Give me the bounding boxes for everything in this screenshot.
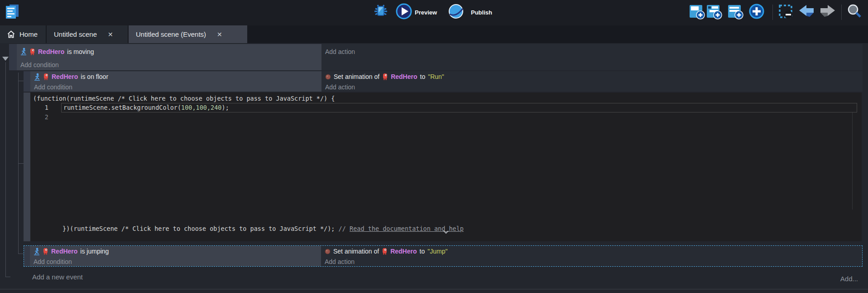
- search-icon: [846, 3, 863, 21]
- redhero-sprite-icon: [382, 248, 388, 255]
- platformer-behavior-icon: [34, 73, 40, 81]
- add-circle-icon: [748, 3, 765, 21]
- editor-ruler: [852, 112, 853, 210]
- publish-button[interactable]: [447, 4, 465, 21]
- close-icon[interactable]: ✕: [217, 31, 222, 38]
- tab-untitled-scene[interactable]: Untitled scene ✕: [47, 25, 128, 43]
- actions-cell: Add action: [321, 44, 863, 70]
- action-value: "Run": [428, 73, 444, 80]
- add-action-button[interactable]: Add action: [321, 257, 862, 266]
- tree-line: [5, 62, 6, 277]
- animation-action-icon: [325, 74, 331, 80]
- search-events-button[interactable]: [846, 4, 863, 21]
- redo-button[interactable]: [819, 4, 836, 21]
- condition-row[interactable]: RedHero is on floor: [30, 71, 321, 82]
- delete-selection-button[interactable]: [778, 4, 795, 21]
- collapse-event-arrow[interactable]: [2, 57, 9, 61]
- tree-line: [18, 81, 24, 81]
- action-value: "Jump": [427, 248, 447, 255]
- undo-icon: [798, 4, 815, 20]
- actions-cell: Set animation of RedHero to "Run" Add ac…: [321, 71, 863, 92]
- preview-label[interactable]: Preview: [415, 9, 437, 16]
- expand-editor-chevron-icon[interactable]: [443, 230, 449, 234]
- js-function-header[interactable]: (function(runtimeScene /* Click here to …: [30, 93, 862, 103]
- object-name: RedHero: [390, 248, 417, 255]
- tree-line: [18, 163, 24, 164]
- debugger-button[interactable]: [372, 4, 389, 21]
- action-verb: Set animation of: [333, 248, 379, 255]
- javascript-code-event: (function(runtimeScene /* Click here to …: [24, 93, 862, 241]
- project-manager-button[interactable]: [4, 4, 21, 21]
- object-name: RedHero: [52, 73, 78, 80]
- action-row[interactable]: Set animation of RedHero to "Jump": [321, 246, 862, 257]
- close-icon[interactable]: ✕: [108, 31, 113, 38]
- home-icon: [7, 30, 15, 38]
- publish-label[interactable]: Publish: [471, 9, 492, 16]
- add-comment-icon: [727, 3, 743, 21]
- add-condition-button[interactable]: Add condition: [30, 82, 321, 92]
- add-condition-button[interactable]: Add condition: [30, 257, 321, 266]
- event-drag-handle[interactable]: [9, 44, 17, 70]
- add-event-icon: [689, 3, 705, 21]
- add-comment-button[interactable]: [727, 4, 744, 21]
- add-action-button[interactable]: Add action: [321, 44, 863, 59]
- add-more-button[interactable]: Add...: [840, 275, 858, 283]
- debugger-bug-icon: [373, 3, 389, 21]
- condition-row[interactable]: RedHero is moving: [17, 44, 321, 59]
- redhero-sprite-icon: [43, 73, 49, 80]
- add-new-event-button[interactable]: Add a new event: [32, 271, 83, 283]
- add-subevent-button[interactable]: [705, 4, 723, 21]
- toolbar-separator: [772, 5, 773, 20]
- code-line-1[interactable]: 1 runtimeScene.setBackgroundColor(100,10…: [30, 103, 862, 112]
- conditions-cell: RedHero is moving Add condition: [17, 44, 321, 70]
- undo-button[interactable]: [798, 4, 815, 21]
- object-name: RedHero: [391, 73, 417, 80]
- event-drag-handle[interactable]: [24, 246, 30, 266]
- code-line-2[interactable]: 2: [30, 112, 862, 122]
- redo-icon: [819, 4, 836, 20]
- add-action-button[interactable]: Add action: [321, 82, 863, 92]
- action-text: to: [420, 248, 425, 255]
- event-redhero-is-moving: RedHero is moving Add condition Add acti…: [9, 44, 863, 70]
- event-drag-handle[interactable]: [24, 93, 30, 241]
- events-sheet: RedHero is moving Add condition Add acti…: [0, 43, 868, 293]
- add-subevent-icon: [706, 3, 722, 21]
- redhero-sprite-icon: [43, 248, 48, 255]
- platformer-behavior-icon: [20, 48, 27, 55]
- actions-cell: Set animation of RedHero to "Jump" Add a…: [321, 246, 862, 266]
- event-drag-handle[interactable]: [24, 71, 30, 92]
- toolbar-separator: [841, 5, 842, 20]
- javascript-code-editor[interactable]: (function(runtimeScene /* Click here to …: [30, 93, 862, 241]
- action-text: to: [420, 73, 426, 80]
- conditions-cell: RedHero is on floor Add condition: [30, 71, 321, 92]
- tab-label: Untitled scene: [54, 30, 97, 38]
- add-event-button[interactable]: [688, 4, 705, 21]
- line-number: 1: [30, 103, 52, 112]
- platformer-behavior-icon: [34, 248, 40, 255]
- condition-text: is moving: [67, 48, 94, 55]
- project-manager-icon: [4, 3, 21, 22]
- conditions-cell: RedHero is jumping Add condition: [30, 246, 321, 266]
- object-name: RedHero: [38, 48, 64, 55]
- action-row[interactable]: Set animation of RedHero to "Run": [321, 71, 863, 82]
- bottom-divider: [0, 289, 868, 289]
- delete-selection-icon: [778, 3, 795, 21]
- condition-text: is on floor: [81, 73, 108, 80]
- add-condition-button[interactable]: Add condition: [17, 59, 321, 70]
- tab-home[interactable]: Home: [0, 25, 46, 43]
- tab-untitled-scene-events[interactable]: Untitled scene (Events) ✕: [129, 25, 247, 43]
- add-more-button[interactable]: [748, 4, 765, 21]
- event-redhero-is-on-floor: RedHero is on floor Add condition Set an…: [24, 71, 863, 92]
- line-number: 2: [30, 112, 52, 122]
- tree-line: [18, 254, 24, 254]
- action-verb: Set animation of: [334, 73, 379, 80]
- tab-bar: Home Untitled scene ✕ Untitled scene (Ev…: [0, 25, 868, 43]
- event-redhero-is-jumping: RedHero is jumping Add condition Set ani…: [24, 245, 863, 267]
- main-toolbar: Preview Publish: [0, 0, 868, 25]
- redhero-sprite-icon: [382, 73, 388, 80]
- js-function-footer[interactable]: })(runtimeScene /* Click here to choose …: [33, 218, 464, 239]
- sheet-footer: Add a new event Add...: [0, 271, 863, 283]
- condition-row[interactable]: RedHero is jumping: [30, 246, 321, 257]
- preview-button[interactable]: [395, 4, 412, 21]
- tab-label: Untitled scene (Events): [136, 30, 206, 38]
